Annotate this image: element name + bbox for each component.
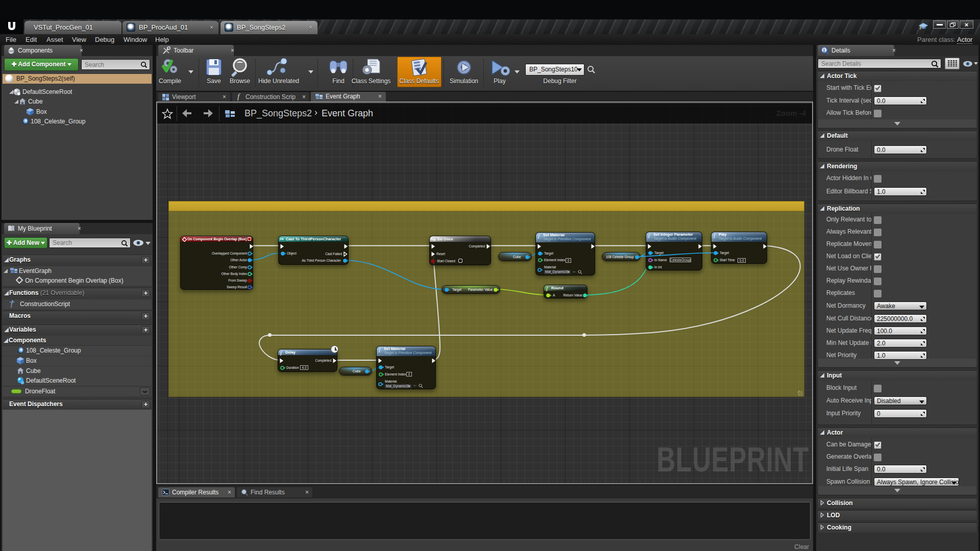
svg-text:i: i bbox=[823, 47, 825, 53]
